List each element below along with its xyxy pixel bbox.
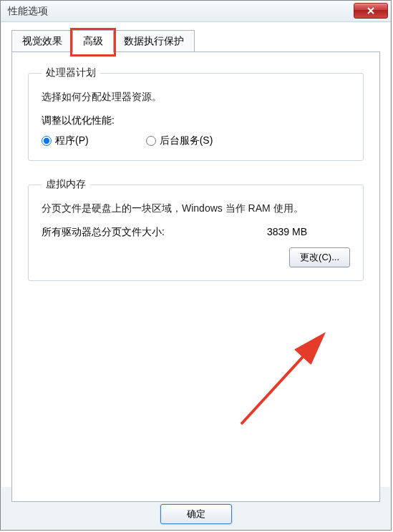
ok-button[interactable]: 确定: [160, 504, 232, 524]
tab-label: 数据执行保护: [124, 35, 184, 46]
dialog-footer: 确定: [1, 504, 391, 524]
virtual-memory-group: 虚拟内存 分页文件是硬盘上的一块区域，Windows 当作 RAM 使用。 所有…: [28, 178, 364, 281]
radio-label: 程序(P): [55, 134, 89, 147]
close-button[interactable]: [354, 3, 388, 19]
tab-bar: 视觉效果 高级 数据执行保护: [11, 30, 380, 52]
adjust-label: 调整以优化性能:: [42, 114, 350, 127]
svg-line-0: [241, 338, 320, 424]
change-button[interactable]: 更改(C)...: [289, 247, 350, 267]
tab-label: 视觉效果: [22, 35, 62, 46]
window-title: 性能选项: [8, 5, 48, 18]
group-legend: 虚拟内存: [42, 178, 90, 191]
paging-size-value: 3839 MB: [267, 226, 307, 239]
titlebar: 性能选项: [1, 1, 391, 22]
radio-programs[interactable]: 程序(P): [42, 134, 89, 147]
group-legend: 处理器计划: [42, 66, 100, 79]
client-area: 视觉效果 高级 数据执行保护 处理器计划 选择如何分配处理器资源。 调整以优化性…: [1, 22, 390, 487]
close-icon: [367, 6, 375, 15]
radio-background-input[interactable]: [146, 136, 156, 146]
button-label: 更改(C)...: [300, 252, 339, 262]
radio-group: 程序(P) 后台服务(S): [42, 134, 350, 147]
processor-desc: 选择如何分配处理器资源。: [42, 89, 350, 104]
radio-label: 后台服务(S): [160, 134, 213, 147]
tab-panel-advanced: 处理器计划 选择如何分配处理器资源。 调整以优化性能: 程序(P) 后台服务(S…: [11, 51, 380, 502]
processor-scheduling-group: 处理器计划 选择如何分配处理器资源。 调整以优化性能: 程序(P) 后台服务(S…: [28, 66, 364, 161]
paging-size-label: 所有驱动器总分页文件大小:: [42, 226, 165, 239]
button-label: 确定: [187, 508, 205, 519]
performance-options-window: 性能选项 视觉效果 高级 数据执行保护 处理器计划 选择如何分配处理器资源。: [0, 0, 392, 531]
radio-programs-input[interactable]: [42, 136, 52, 146]
tab-visual-effects[interactable]: 视觉效果: [11, 30, 73, 52]
vmem-desc: 分页文件是硬盘上的一块区域，Windows 当作 RAM 使用。: [42, 201, 350, 216]
tab-advanced[interactable]: 高级: [72, 30, 114, 52]
tab-label: 高级: [83, 35, 103, 46]
paging-size-row: 所有驱动器总分页文件大小: 3839 MB: [42, 226, 350, 239]
tab-dep[interactable]: 数据执行保护: [113, 30, 195, 52]
annotation-arrow: [227, 331, 356, 431]
radio-background[interactable]: 后台服务(S): [146, 134, 213, 147]
